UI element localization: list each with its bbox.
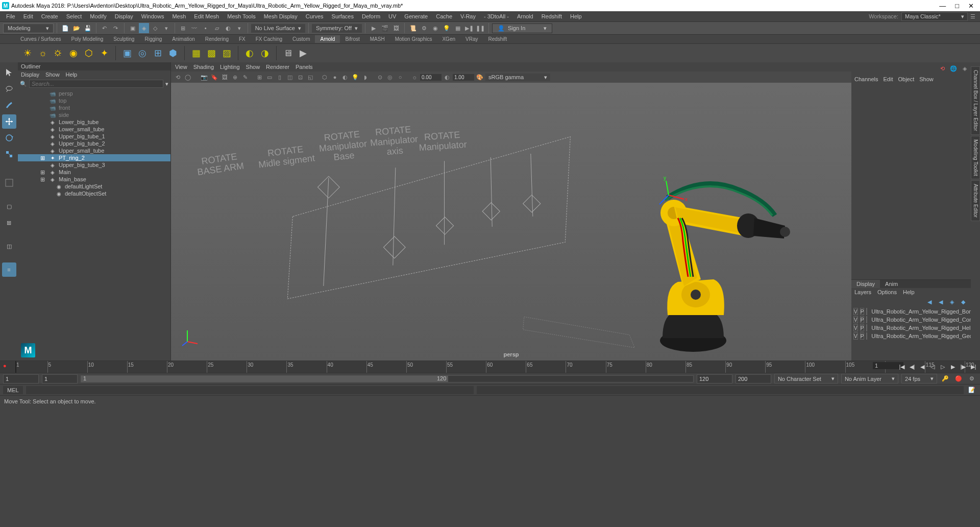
menu-vray[interactable]: V-Ray bbox=[456, 13, 480, 19]
vp-color-mgmt-icon[interactable]: 🎨 bbox=[475, 73, 484, 82]
select-hierarchy-icon[interactable]: ▣ bbox=[128, 23, 138, 33]
vp-camera-icon[interactable]: 📷 bbox=[200, 73, 209, 82]
vp-film-gate-icon[interactable]: ▭ bbox=[265, 73, 274, 82]
layer-new-selected-icon[interactable]: ◆ bbox=[959, 297, 968, 306]
tree-item[interactable]: ⊞✦PT_ring_2 bbox=[18, 154, 170, 161]
menu-select[interactable]: Select bbox=[62, 13, 86, 19]
move-tool[interactable] bbox=[2, 114, 16, 129]
light-photometric-icon[interactable]: ✦ bbox=[97, 46, 111, 60]
snap-surface-icon[interactable]: ◐ bbox=[223, 23, 233, 33]
layer-move-up-icon[interactable]: ◀ bbox=[925, 297, 934, 306]
menu-file[interactable]: File bbox=[2, 13, 19, 19]
shelf-tab-xgen[interactable]: XGen bbox=[437, 35, 460, 43]
manip-world-icon[interactable]: 🌐 bbox=[949, 64, 958, 73]
play-forward-button[interactable]: ▷ bbox=[938, 362, 947, 371]
character-set-selector[interactable]: No Character Set▾ bbox=[774, 374, 838, 384]
vp-isolate-icon[interactable]: ⊙ bbox=[375, 73, 384, 82]
display-tab[interactable]: Display bbox=[851, 280, 880, 288]
new-scene-icon[interactable]: 📄 bbox=[60, 23, 70, 33]
light-area-icon[interactable]: ☼ bbox=[36, 46, 50, 60]
light-editor-icon[interactable]: 💡 bbox=[442, 23, 452, 33]
workspace-options-icon[interactable]: ☰ bbox=[968, 11, 978, 21]
display-layer-row[interactable]: V P Ultra_Robotic_Arm_Yellow_Rigged_Help bbox=[851, 324, 971, 332]
menu-deform[interactable]: Deform bbox=[358, 13, 384, 19]
pause-icon[interactable]: ❚❚ bbox=[475, 23, 485, 33]
tree-item[interactable]: ◉defaultObjectSet bbox=[18, 190, 170, 197]
texture-noise-icon[interactable]: ▩ bbox=[204, 46, 218, 60]
vp-resolution-gate-icon[interactable]: ▯ bbox=[275, 73, 284, 82]
menu-curves[interactable]: Curves bbox=[302, 13, 328, 19]
vp-lighting-menu[interactable]: Lighting bbox=[220, 64, 240, 70]
go-to-end-button[interactable]: ▶| bbox=[969, 362, 978, 371]
select-mask-icon[interactable]: ▾ bbox=[161, 23, 172, 33]
viewport-3d[interactable]: ROTATE BASE ARMROTATE Midle sigmentROTAT… bbox=[171, 83, 851, 361]
playback-end-field[interactable] bbox=[697, 374, 732, 384]
manip-component-icon[interactable]: ◈ bbox=[960, 64, 969, 73]
vp-gamma-field[interactable]: 1.00 bbox=[453, 74, 474, 81]
volume-mesh-icon[interactable]: ⬢ bbox=[166, 46, 180, 60]
shader-surface-icon[interactable]: ◐ bbox=[242, 46, 257, 60]
shelf-tab-mash[interactable]: MASH bbox=[365, 35, 390, 43]
shelf-tab-motiongraphics[interactable]: Motion Graphics bbox=[390, 35, 437, 43]
menu-cache[interactable]: Cache bbox=[432, 13, 456, 19]
menu-create[interactable]: Create bbox=[37, 13, 62, 19]
vp-panels-menu[interactable]: Panels bbox=[296, 64, 313, 70]
tree-item[interactable]: 📹persp bbox=[18, 90, 170, 97]
menu-redshift[interactable]: Redshift bbox=[537, 13, 566, 19]
menu-mesh[interactable]: Mesh bbox=[168, 13, 190, 19]
render-view-icon[interactable]: 🖼 bbox=[391, 23, 401, 33]
tree-item[interactable]: 📹front bbox=[18, 104, 170, 111]
shelf-tab-sculpting[interactable]: Sculpting bbox=[108, 35, 139, 43]
select-component-icon[interactable]: ◇ bbox=[150, 23, 160, 33]
shader-volume-icon[interactable]: ◑ bbox=[258, 46, 272, 60]
layer-type-box[interactable] bbox=[866, 324, 867, 331]
menu-surfaces[interactable]: Surfaces bbox=[328, 13, 358, 19]
time-slider[interactable]: ● 15101520253035404550556065707580859095… bbox=[0, 361, 980, 373]
symmetry-selector[interactable]: Symmetry: Off▾ bbox=[312, 24, 362, 33]
shelf-tab-bifrost[interactable]: Bifrost bbox=[340, 35, 364, 43]
step-forward-key-button[interactable]: |▶ bbox=[959, 362, 968, 371]
search-options-icon[interactable]: ▾ bbox=[165, 81, 168, 87]
anim-layer-selector[interactable]: No Anim Layer▾ bbox=[841, 374, 898, 384]
range-slider[interactable]: 1120 bbox=[81, 375, 694, 382]
layer-type-box[interactable] bbox=[866, 332, 867, 340]
tree-item[interactable]: 📹top bbox=[18, 97, 170, 104]
light-spot-icon[interactable]: ⛭ bbox=[51, 46, 65, 60]
redo-icon[interactable]: ↷ bbox=[111, 23, 121, 33]
vp-textured-icon[interactable]: ◐ bbox=[340, 73, 350, 82]
render-setup-icon[interactable]: 🖥 bbox=[281, 46, 295, 60]
vp-renderer-menu[interactable]: Renderer bbox=[266, 64, 289, 70]
vp-bookmarks-icon[interactable]: 🔖 bbox=[210, 73, 219, 82]
vp-image-plane-icon[interactable]: 🖼 bbox=[220, 73, 229, 82]
snap-curve-icon[interactable]: 〰 bbox=[189, 23, 200, 33]
outliner-search-input[interactable] bbox=[29, 80, 163, 88]
undo-icon[interactable]: ↶ bbox=[100, 23, 110, 33]
toggle-playback-icon[interactable]: ▶❚ bbox=[464, 23, 474, 33]
channel-edit-menu[interactable]: Edit bbox=[883, 76, 893, 82]
layer-type-box[interactable] bbox=[866, 308, 867, 315]
shelf-tab-custom[interactable]: Custom bbox=[287, 35, 315, 43]
vp-gate-mask-icon[interactable]: ◫ bbox=[285, 73, 295, 82]
layer-playback-toggle[interactable]: P bbox=[860, 308, 865, 315]
menu-display[interactable]: Display bbox=[111, 13, 137, 19]
display-layer-row[interactable]: V P Ultra_Robotic_Arm_Yellow_Rigged_Bon bbox=[851, 307, 971, 316]
menu-windows[interactable]: Windows bbox=[137, 13, 168, 19]
layer-playback-toggle[interactable]: P bbox=[860, 316, 865, 323]
volume-grid-icon[interactable]: ⊞ bbox=[151, 46, 165, 60]
cmd-language-label[interactable]: MEL bbox=[3, 386, 23, 394]
step-forward-frame-button[interactable]: ▶ bbox=[948, 362, 958, 371]
outliner-display-menu[interactable]: Display bbox=[21, 71, 39, 78]
shelf-tab-fxcaching[interactable]: FX Caching bbox=[251, 35, 287, 43]
snap-plane-icon[interactable]: ▱ bbox=[212, 23, 222, 33]
layer-vis-toggle[interactable]: V bbox=[853, 316, 858, 323]
vp-view-transform[interactable]: sRGB gamma▾ bbox=[485, 74, 550, 81]
playback-start-field[interactable] bbox=[42, 374, 78, 384]
shelf-tab-vray[interactable]: VRay bbox=[460, 35, 483, 43]
construction-history-icon[interactable]: 📜 bbox=[408, 23, 418, 33]
last-tool[interactable] bbox=[2, 176, 16, 190]
save-scene-icon[interactable]: 💾 bbox=[83, 23, 93, 33]
layer-vis-toggle[interactable]: V bbox=[853, 308, 858, 315]
tree-item[interactable]: ◈Lower_small_tube bbox=[18, 126, 170, 133]
volume-sphere-icon[interactable]: ◎ bbox=[135, 46, 150, 60]
vp-gamma-icon[interactable]: ◐ bbox=[443, 73, 452, 82]
